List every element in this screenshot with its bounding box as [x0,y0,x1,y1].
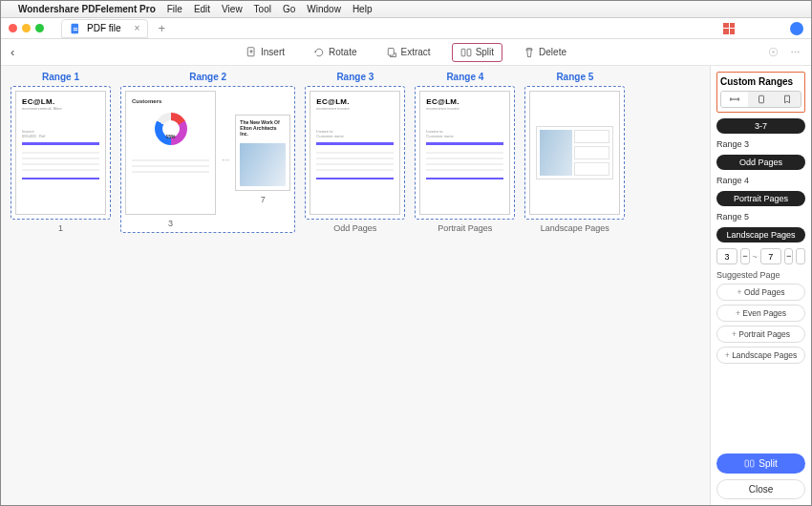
panel-title: Custom Ranges [720,76,801,87]
sugg-landscape[interactable]: Landscape Pages [716,347,805,364]
range-title: Range 2 [189,72,226,82]
suggested-section: Suggested Page Odd Pages Even Pages Port… [716,270,805,368]
settings-icon[interactable] [767,46,780,58]
thumb-pct: 15% [132,134,209,140]
tab-title: PDF file [87,23,121,33]
page-range-stepper: − ~ − + [716,248,805,264]
thumb-logo: EC@LM. [316,97,394,106]
grid-icon[interactable] [723,23,735,34]
range-sub: Odd Pages [333,223,376,233]
range5-label: Range 5 [716,212,805,221]
chip-odd-pages[interactable]: Odd Pages [716,155,805,170]
thumb-heading: The New Work Of Elton Architects Inc. [240,119,286,137]
delete-button[interactable]: Delete [516,44,574,61]
page-thumbnail[interactable] [529,91,620,215]
rotate-label: Rotate [329,47,356,57]
menu-go[interactable]: Go [283,4,295,14]
close-tab-icon[interactable]: × [135,23,140,33]
range3-label: Range 3 [716,139,805,149]
svg-point-11 [798,52,800,53]
page-number: 7 [261,195,266,204]
menu-file[interactable]: File [167,4,182,14]
range-3[interactable]: Range 3 EC@LM. ecommerce invoice Invoice… [305,72,405,233]
range-sub: 1 [58,223,63,233]
page-thumbnail[interactable]: EC@LM. ecommerce invoice Invoice toCusto… [419,91,510,215]
segmented-control[interactable] [720,91,801,108]
more-icon[interactable] [789,46,801,58]
pdf-icon [70,23,81,34]
menu-window[interactable]: Window [307,4,341,14]
sugg-odd[interactable]: Odd Pages [716,284,805,301]
minimize-window-icon[interactable] [22,24,31,32]
chip-landscape-pages[interactable]: Landscape Pages [716,227,805,242]
delete-label: Delete [539,47,566,57]
insert-button[interactable]: Insert [238,44,292,61]
app-name: Wondershare PDFelement Pro [18,4,156,14]
chip-portrait-pages[interactable]: Portrait Pages [716,191,805,206]
range-sub: Landscape Pages [541,223,609,233]
close-button[interactable]: Close [716,479,805,499]
svg-point-10 [795,52,797,53]
menubar: Wondershare PDFelement Pro File Edit Vie… [1,1,811,18]
building-image [240,143,286,186]
page-thumbnail[interactable]: EC@LM. ecommerce invoice Invoice toCusto… [310,91,400,215]
document-tab[interactable]: PDF file × [61,19,148,38]
suggested-title: Suggested Page [716,270,805,280]
menu-edit[interactable]: Edit [194,4,210,14]
page-thumbnail[interactable]: EC@LM. ecommerceemail. More Invoice090-0… [15,91,106,215]
landscape-preview [536,126,613,179]
page-number: 3 [168,219,173,228]
menu-help[interactable]: Help [353,4,373,14]
seg-page-icon[interactable] [748,92,775,107]
split-button[interactable]: Split [452,43,502,62]
sugg-portrait[interactable]: Portrait Pages [716,326,805,343]
range-5[interactable]: Range 5 Landscape Pages [524,72,625,233]
delete-icon [524,47,535,58]
svg-rect-5 [461,49,465,56]
add-tab-button[interactable]: + [158,21,165,35]
ellipsis-icon: ··· [220,155,231,165]
range-title: Range 4 [446,72,483,82]
range-sub: Portrait Pages [438,223,492,233]
range-2[interactable]: Range 2 Customers 15% 3 ··· [120,72,295,233]
seg-bookmark-icon[interactable] [774,92,801,107]
from-decrement[interactable]: − [740,248,750,264]
split-action-button[interactable]: Split [716,453,805,474]
extract-button[interactable]: Extract [378,44,438,61]
thumb-logo: EC@LM. [426,97,503,106]
page-thumbnail[interactable]: The New Work Of Elton Architects Inc. [235,115,290,191]
to-input[interactable] [760,248,781,264]
seg-range-icon[interactable] [721,92,748,107]
svg-rect-12 [759,95,763,103]
svg-point-8 [772,51,774,53]
side-panel: Custom Ranges 3-7 Range 3 Odd Pages Rang… [710,66,811,505]
split-action-label: Split [759,458,777,469]
chip-range-value[interactable]: 3-7 [716,118,805,134]
range-title: Range 3 [336,72,374,82]
svg-rect-1 [74,28,78,29]
extract-label: Extract [401,47,431,57]
sugg-even[interactable]: Even Pages [716,305,805,322]
main-canvas: Range 1 EC@LM. ecommerceemail. More Invo… [1,66,710,505]
menu-view[interactable]: View [222,4,243,14]
split-icon [744,458,755,469]
range-title: Range 5 [556,72,593,82]
rotate-button[interactable]: Rotate [306,44,364,61]
add-range-button[interactable]: + [796,248,805,264]
svg-rect-13 [745,460,748,467]
range-1[interactable]: Range 1 EC@LM. ecommerceemail. More Invo… [11,72,111,233]
close-window-icon[interactable] [9,24,17,32]
svg-rect-2 [74,30,78,31]
svg-rect-4 [388,48,394,55]
window-controls[interactable] [9,24,44,32]
to-decrement[interactable]: − [784,248,794,264]
fullscreen-window-icon[interactable] [35,24,44,32]
range-title: Range 1 [42,72,79,82]
menu-tool[interactable]: Tool [254,4,271,14]
svg-rect-6 [467,49,471,56]
user-avatar[interactable] [790,22,803,35]
from-input[interactable] [716,248,737,264]
range-4[interactable]: Range 4 EC@LM. ecommerce invoice Invoice… [415,72,515,233]
page-thumbnail[interactable]: Customers 15% [125,91,216,215]
back-button[interactable]: ‹ [11,45,14,59]
